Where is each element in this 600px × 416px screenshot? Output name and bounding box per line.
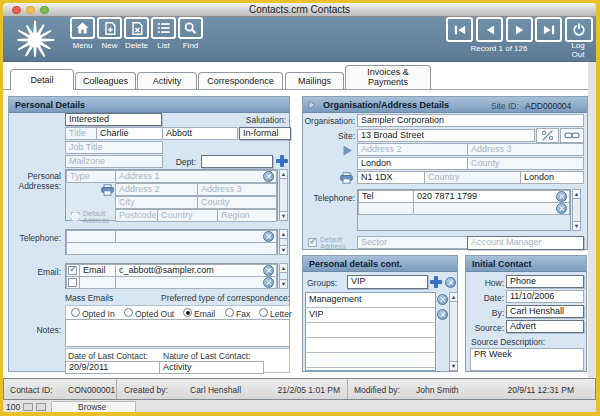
scroll-down-icon[interactable]: ▼ xyxy=(573,221,580,230)
last-record-button[interactable] xyxy=(535,17,562,42)
scroll-up-icon[interactable]: ▲ xyxy=(280,170,287,179)
address1-field[interactable]: Address 1 xyxy=(115,170,277,183)
site-chevron-icon[interactable] xyxy=(341,144,354,157)
org-county-field[interactable]: County xyxy=(467,157,584,170)
county-field[interactable]: County xyxy=(197,196,277,209)
delete-org-phone-icon[interactable] xyxy=(556,191,567,202)
default-address-checkbox[interactable] xyxy=(71,212,80,221)
telephone-scrollbar[interactable]: ▲ ▼ xyxy=(279,229,288,255)
delete-group-icon[interactable] xyxy=(437,294,448,305)
tab-colleagues[interactable]: Colleagues xyxy=(75,72,136,89)
groups-field[interactable]: VIP xyxy=(347,275,428,289)
zoom-level[interactable]: 100 xyxy=(6,402,20,412)
find-button[interactable] xyxy=(178,17,203,39)
how-field[interactable]: Phone xyxy=(506,275,584,288)
address-type-field[interactable]: Type xyxy=(66,170,116,183)
title-field[interactable]: Title xyxy=(65,127,97,140)
opted-in-radio[interactable] xyxy=(71,308,80,317)
phone-row2-field[interactable] xyxy=(66,242,277,255)
link-address-button[interactable] xyxy=(560,128,584,143)
clear-group-icon[interactable] xyxy=(445,277,456,288)
scroll-up-icon[interactable]: ▲ xyxy=(280,230,287,239)
delete-email-icon[interactable] xyxy=(263,265,274,276)
by-field[interactable]: Carl Henshall xyxy=(506,305,584,318)
tab-correspondence[interactable]: Correspondence xyxy=(198,72,283,89)
date-field[interactable]: 11/10/2006 xyxy=(506,290,584,303)
job-title-field[interactable]: Job Title xyxy=(65,141,163,154)
print-address-icon[interactable] xyxy=(101,184,114,196)
group-item[interactable] xyxy=(306,323,435,338)
mode-label[interactable]: Browse xyxy=(78,402,106,412)
pref-email-radio[interactable] xyxy=(183,308,192,317)
email-checkbox[interactable] xyxy=(68,266,77,275)
print-site-icon[interactable] xyxy=(340,172,353,184)
org-phone2-number-field[interactable] xyxy=(413,202,570,215)
expand-chevron-icon[interactable] xyxy=(307,100,317,110)
organisation-field[interactable]: Sampler Corporation xyxy=(357,114,584,127)
previous-record-button[interactable] xyxy=(476,17,503,42)
last-name-field[interactable]: Abbott xyxy=(162,127,238,140)
date-last-contact-field[interactable]: 20/9/2011 xyxy=(65,361,160,374)
email2-address-field[interactable] xyxy=(115,276,277,289)
org-city-field[interactable]: London xyxy=(357,157,468,170)
interested-field[interactable]: Interested xyxy=(65,113,162,126)
source-description-field[interactable]: PR Week xyxy=(470,348,584,371)
country-field[interactable]: Country xyxy=(157,209,218,222)
list-button[interactable] xyxy=(151,17,176,39)
pref-letter-radio[interactable] xyxy=(259,308,268,317)
org-telephone-scrollbar[interactable]: ▲ ▼ xyxy=(572,189,581,231)
tab-activity[interactable]: Activity xyxy=(137,72,197,89)
nature-last-contact-field[interactable]: Activity xyxy=(159,361,264,374)
postcode-field[interactable]: Postcode xyxy=(115,209,158,222)
scroll-up-icon[interactable]: ▲ xyxy=(450,293,457,302)
logout-button[interactable] xyxy=(565,17,593,42)
email2-checkbox[interactable] xyxy=(68,278,77,287)
city-field[interactable]: City xyxy=(115,196,198,209)
region-field[interactable]: Region xyxy=(217,209,277,222)
address3-field[interactable]: Address 3 xyxy=(197,183,277,196)
delete-address-icon[interactable] xyxy=(263,171,274,182)
address2-field[interactable]: Address 2 xyxy=(115,183,198,196)
source-field[interactable]: Advert xyxy=(506,320,584,333)
scroll-down-icon[interactable]: ▼ xyxy=(280,245,287,254)
email2-type-field[interactable] xyxy=(79,276,116,289)
org-address2-field[interactable]: Address 2 xyxy=(357,143,468,156)
tab-mailings[interactable]: Mailings xyxy=(285,72,344,89)
zoom-out-icon[interactable] xyxy=(23,403,33,411)
group-item[interactable] xyxy=(306,353,435,368)
menu-button[interactable] xyxy=(70,17,95,39)
org-country-field[interactable]: Country xyxy=(424,171,521,184)
tab-invoices-payments[interactable]: Invoices & Payments xyxy=(345,65,431,89)
group-item[interactable] xyxy=(306,338,435,353)
opted-out-radio[interactable] xyxy=(124,308,133,317)
org-region-field[interactable]: London xyxy=(520,171,584,184)
salutation-field[interactable]: In-formal xyxy=(239,127,291,140)
delete-org-phone2-icon[interactable] xyxy=(556,203,567,214)
org-default-address-checkbox[interactable] xyxy=(308,238,317,247)
sector-field[interactable]: Sector xyxy=(357,236,468,249)
scroll-down-icon[interactable]: ▼ xyxy=(450,361,457,370)
group-item[interactable]: Management xyxy=(306,293,435,308)
delete-phone-icon[interactable] xyxy=(263,231,274,242)
next-record-button[interactable] xyxy=(506,17,533,42)
add-group-icon[interactable] xyxy=(430,276,442,288)
account-manager-field[interactable]: Account Manager xyxy=(467,236,584,250)
edit-address-button[interactable] xyxy=(536,128,559,143)
notes-field[interactable] xyxy=(65,319,290,347)
address-scrollbar[interactable]: ▲ ▼ xyxy=(279,169,288,221)
groups-scrollbar[interactable]: ▲ ▼ xyxy=(449,292,458,371)
scroll-up-icon[interactable]: ▲ xyxy=(573,190,580,199)
org-postcode-field[interactable]: N1 1DX xyxy=(357,171,425,184)
delete-email2-icon[interactable] xyxy=(263,277,274,288)
delete-group-icon[interactable] xyxy=(437,309,448,320)
add-address-icon[interactable] xyxy=(276,155,288,167)
zoom-in-icon[interactable] xyxy=(36,403,46,411)
dept-field[interactable] xyxy=(201,155,273,168)
scroll-down-icon[interactable]: ▼ xyxy=(280,211,287,220)
pref-fax-radio[interactable] xyxy=(225,308,234,317)
group-item[interactable]: VIP xyxy=(306,308,435,323)
org-address3-field[interactable]: Address 3 xyxy=(467,143,584,156)
site-address1-field[interactable]: 13 Broad Street xyxy=(357,129,535,142)
email-scrollbar[interactable]: ▲ ▼ xyxy=(279,263,288,289)
first-record-button[interactable] xyxy=(446,17,473,42)
